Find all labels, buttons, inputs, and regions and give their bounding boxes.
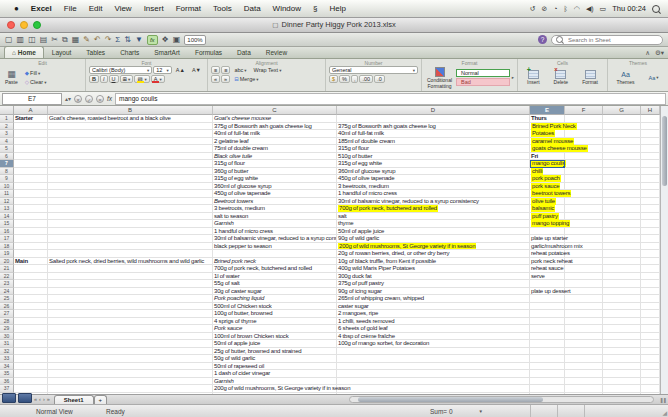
cell-E10[interactable]: pork sauce (530, 183, 565, 191)
row-header-8[interactable]: 8 (0, 168, 14, 176)
cell-E28[interactable] (530, 318, 565, 326)
cell-H7[interactable] (641, 160, 660, 168)
cell-B35[interactable] (48, 370, 213, 378)
cell-A15[interactable] (14, 220, 48, 228)
cell-E11[interactable]: beetroot towers (530, 190, 565, 198)
cell-C3[interactable]: 40ml of full-fat milk (213, 130, 337, 138)
row-header-7[interactable]: 7 (0, 160, 14, 168)
cell-D18[interactable]: 200g of wild mushrooms, St George variet… (337, 243, 530, 251)
insert-cells-button[interactable]: Insert (525, 70, 542, 85)
cell-A11[interactable] (14, 190, 48, 198)
row-header-24[interactable]: 24 (0, 288, 14, 296)
cell-H6[interactable] (641, 153, 660, 161)
cell-C13[interactable]: 3 beetroots, medium (213, 205, 337, 213)
horizontal-scrollbar[interactable] (349, 396, 654, 403)
row-header-25[interactable]: 25 (0, 295, 14, 303)
row-header-14[interactable]: 14 (0, 213, 14, 221)
autosum-icon[interactable]: Σ (115, 34, 120, 46)
tab-review[interactable]: Review (259, 47, 294, 58)
cell-D26[interactable]: caster sugar (337, 303, 530, 311)
cell-D34[interactable] (337, 363, 530, 371)
cell-E33[interactable] (530, 355, 565, 363)
cell-H2[interactable] (641, 123, 660, 131)
cell-C4[interactable]: 2 gelatine leaf (213, 138, 337, 146)
cell-F8[interactable] (565, 168, 603, 176)
cell-H28[interactable] (641, 318, 660, 326)
col-header-A[interactable]: A (14, 106, 48, 115)
equals-icon[interactable]: = (96, 95, 104, 103)
cell-H37[interactable] (641, 385, 660, 393)
cell-E15[interactable]: mango topping (530, 220, 565, 228)
cell-D14[interactable]: salt (337, 213, 530, 221)
cell-C16[interactable]: 1 handful of micro cress (213, 228, 337, 236)
row-header-2[interactable]: 2 (0, 123, 14, 131)
cell-B19[interactable] (48, 250, 213, 258)
cell-A14[interactable] (14, 213, 48, 221)
row-header-9[interactable]: 9 (0, 175, 14, 183)
cell-A22[interactable] (14, 273, 48, 281)
cell-D21[interactable]: 400g wild Maris Piper Potatoes (337, 265, 530, 273)
search-input[interactable] (566, 36, 658, 44)
cell-A33[interactable] (14, 355, 48, 363)
spotlight-icon[interactable] (652, 5, 660, 13)
cell-E16[interactable] (530, 228, 565, 236)
minimize-window-button[interactable] (20, 21, 28, 29)
cell-D29[interactable]: 6 sheets of gold leaf (337, 325, 530, 333)
cell-E22[interactable]: serve (530, 273, 565, 281)
cell-D20[interactable]: 10g of black truffle, from Kent if possi… (337, 258, 530, 266)
cell-B23[interactable] (48, 280, 213, 288)
cell-C15[interactable]: Garnish (213, 220, 337, 228)
col-header-G[interactable]: G (603, 106, 641, 115)
cell-E23[interactable] (530, 280, 565, 288)
vertical-scrollbar-thumb[interactable] (662, 116, 667, 186)
format-cells-button[interactable]: Format (580, 70, 600, 85)
cell-H24[interactable] (641, 288, 660, 296)
cell-D33[interactable] (337, 355, 530, 363)
cell-D5[interactable]: 315g of flour (337, 145, 530, 153)
zoom-control[interactable]: 100% (184, 35, 205, 45)
horizontal-scrollbar-thumb[interactable] (358, 397, 543, 402)
cell-F37[interactable] (565, 385, 603, 393)
cell-G24[interactable] (603, 288, 641, 296)
cell-C21[interactable]: 700g of pork neck, butchered and rolled (213, 265, 337, 273)
cell-C33[interactable]: 50g of wild garlic (213, 355, 337, 363)
cell-D4[interactable]: 185ml of double cream (337, 138, 530, 146)
row-header-27[interactable]: 27 (0, 310, 14, 318)
prev-sheet-icon[interactable]: ‹ (39, 395, 41, 404)
search-field[interactable] (551, 35, 663, 45)
cell-C9[interactable]: 315g of egg white (213, 175, 337, 183)
cell-E24[interactable]: plate up dessert (530, 288, 565, 296)
cell-A12[interactable] (14, 198, 48, 206)
row-header-12[interactable]: 12 (0, 198, 14, 206)
cell-A3[interactable] (14, 130, 48, 138)
cell-E5[interactable]: goats cheese mousse (530, 145, 565, 153)
cell-E35[interactable] (530, 370, 565, 378)
cell-H8[interactable] (641, 168, 660, 176)
next-sheet-icon[interactable]: › (43, 395, 45, 404)
cell-C26[interactable]: 500ml of Chicken stock (213, 303, 337, 311)
cell-G6[interactable] (603, 153, 641, 161)
zoom-window-button[interactable] (33, 21, 41, 29)
tab-charts[interactable]: Charts (113, 47, 146, 58)
cell-D10[interactable]: 3 beetroots, medium (337, 183, 530, 191)
cell-E7[interactable]: mango coulis (530, 160, 565, 168)
cell-B1[interactable]: Goat's cheese, roasted beetroot and a bl… (48, 115, 213, 123)
cell-B32[interactable] (48, 348, 213, 356)
do-not-disturb-icon[interactable]: ⊘ (541, 5, 547, 13)
menu-excel[interactable]: Excel (25, 0, 58, 17)
row-header-18[interactable]: 18 (0, 243, 14, 251)
cell-F34[interactable] (565, 363, 603, 371)
confirm-entry-icon[interactable]: ✓ (85, 95, 93, 103)
cell-E6[interactable]: Fri (530, 153, 565, 161)
cell-G20[interactable] (603, 258, 641, 266)
theme-fonts-button[interactable]: Aa▾ (646, 74, 662, 82)
cell-H3[interactable] (641, 130, 660, 138)
cell-H34[interactable] (641, 363, 660, 371)
name-box[interactable]: E7 (2, 93, 62, 105)
cell-E13[interactable]: balsamic (530, 205, 565, 213)
cell-B12[interactable] (48, 198, 213, 206)
row-header-20[interactable]: 20 (0, 258, 14, 266)
cell-C7[interactable]: 315g of flour (213, 160, 337, 168)
format-painter-icon[interactable]: ✎ (83, 34, 90, 46)
volume-icon[interactable]: ◀) (586, 5, 594, 13)
